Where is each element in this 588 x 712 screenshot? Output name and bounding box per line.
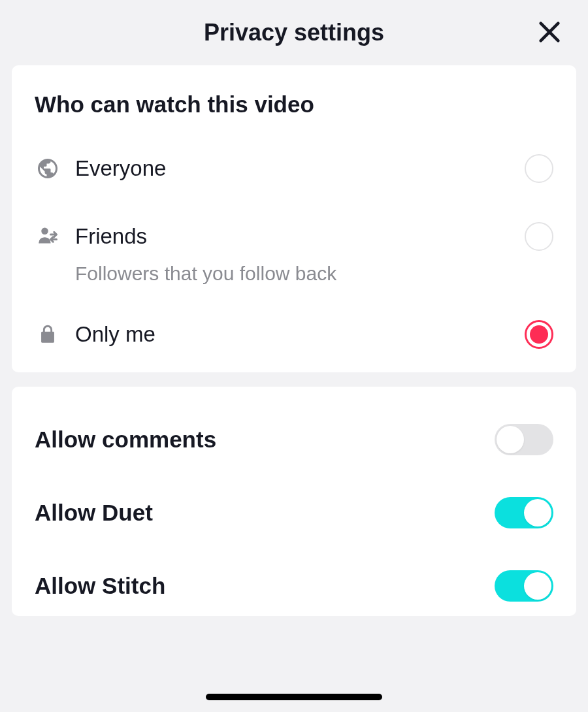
audience-option-label: Friends (75, 224, 525, 249)
radio-indicator (525, 154, 553, 183)
toggle-allow-comments[interactable]: Allow comments (35, 410, 553, 470)
radio-indicator (525, 320, 553, 349)
friends-icon (35, 223, 61, 250)
audience-option-everyone[interactable]: Everyone (35, 150, 553, 187)
audience-card: Who can watch this video Everyone (12, 65, 576, 372)
audience-option-friends[interactable]: Friends (35, 218, 553, 255)
toggle-switch (495, 497, 553, 528)
modal-header: Privacy settings (0, 0, 588, 65)
audience-option-label: Everyone (75, 156, 525, 181)
toggle-label: Allow Duet (35, 500, 153, 526)
toggle-switch (495, 570, 553, 602)
page-title: Privacy settings (204, 19, 384, 46)
toggle-label: Allow comments (35, 427, 216, 453)
home-indicator (206, 694, 382, 700)
audience-section-title: Who can watch this video (35, 91, 553, 118)
close-icon (536, 19, 563, 47)
lock-icon (35, 321, 61, 348)
audience-option-only-me[interactable]: Only me (35, 316, 553, 353)
permissions-card: Allow comments Allow Duet Allow Stitch (12, 387, 576, 616)
toggle-label: Allow Stitch (35, 573, 165, 599)
globe-icon (35, 155, 61, 182)
radio-indicator (525, 222, 553, 251)
toggle-allow-stitch[interactable]: Allow Stitch (35, 556, 553, 616)
audience-option-label: Only me (75, 322, 525, 347)
close-button[interactable] (534, 17, 565, 48)
audience-option-sublabel: Followers that you follow back (75, 263, 553, 285)
svg-point-2 (41, 228, 48, 235)
toggle-switch (495, 424, 553, 455)
toggle-allow-duet[interactable]: Allow Duet (35, 483, 553, 543)
